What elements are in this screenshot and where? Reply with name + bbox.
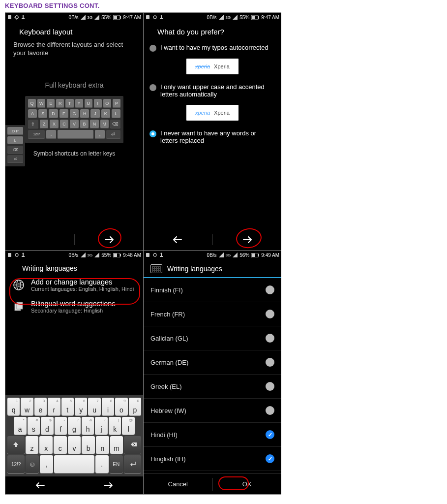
- key[interactable]: c: [54, 436, 67, 454]
- key[interactable]: V: [70, 120, 78, 128]
- key[interactable]: l@: [122, 417, 135, 435]
- key-symbols[interactable]: 12!?: [7, 455, 25, 473]
- key[interactable]: S: [38, 109, 47, 118]
- language-row[interactable]: French (FR): [144, 302, 281, 326]
- keyboard-preview[interactable]: QWERTYUIOP ASDFGHJKL ⇧ZXCVBNM⌫ 12!? . , …: [25, 96, 123, 143]
- key-comma[interactable]: ,: [40, 455, 53, 473]
- key[interactable]: a*: [14, 417, 27, 435]
- key-emoji[interactable]: ☺: [26, 455, 39, 473]
- key[interactable]: I: [94, 99, 102, 108]
- key[interactable]: A: [28, 109, 37, 118]
- key[interactable]: M: [100, 120, 109, 128]
- key[interactable]: t5: [61, 398, 74, 415]
- key[interactable]: B: [80, 120, 89, 128]
- key[interactable]: Z: [40, 120, 48, 128]
- key-symbols[interactable]: 12!?: [28, 130, 45, 139]
- key[interactable]: o9: [115, 398, 127, 415]
- key[interactable]: e3: [34, 398, 47, 415]
- key[interactable]: D: [49, 109, 58, 118]
- key[interactable]: p0: [129, 398, 141, 415]
- checkbox-icon[interactable]: [266, 382, 274, 391]
- language-row[interactable]: Hinglish (IH): [144, 447, 281, 471]
- key-shift[interactable]: ⇧: [28, 120, 38, 128]
- key[interactable]: Q: [28, 99, 36, 108]
- onscreen-keyboard[interactable]: q1w2e3r4t5y6u7i8o9p0 a*s#d$f-g/h&j(k)l@ …: [5, 395, 143, 476]
- language-row[interactable]: Hebrew (IW): [144, 399, 281, 423]
- key-backspace[interactable]: [124, 436, 141, 454]
- key[interactable]: F: [60, 109, 68, 118]
- checkbox-checked-icon[interactable]: [266, 454, 274, 463]
- key[interactable]: j(: [95, 417, 108, 435]
- key[interactable]: r4: [48, 398, 60, 415]
- language-row[interactable]: Finnish (FI): [144, 278, 281, 302]
- key[interactable]: k): [109, 417, 121, 435]
- key-shift[interactable]: [7, 436, 25, 454]
- key-enter[interactable]: ⏎: [106, 130, 120, 139]
- checkbox-icon[interactable]: [266, 285, 274, 294]
- option-autocorrect[interactable]: I want to have my typos autocorrected: [144, 41, 281, 55]
- key[interactable]: b: [82, 436, 95, 454]
- key[interactable]: L: [112, 109, 120, 118]
- key[interactable]: z: [26, 436, 39, 454]
- key[interactable]: N: [90, 120, 98, 128]
- key[interactable]: U: [85, 99, 92, 108]
- language-row[interactable]: Galician (GL): [144, 326, 281, 350]
- key[interactable]: d$: [41, 417, 54, 435]
- next-arrow-icon[interactable]: [104, 235, 115, 244]
- key[interactable]: K: [101, 109, 110, 118]
- key-comma[interactable]: ,: [95, 130, 105, 139]
- radio-icon[interactable]: [149, 45, 156, 52]
- option-uppercase[interactable]: I only want upper case and accented lett…: [144, 80, 281, 101]
- key[interactable]: E: [47, 99, 55, 108]
- checkbox-icon[interactable]: [266, 406, 274, 415]
- key[interactable]: i8: [102, 398, 114, 415]
- key-backspace[interactable]: ⌫: [110, 120, 120, 128]
- key[interactable]: w2: [21, 398, 33, 415]
- key[interactable]: n: [96, 436, 109, 454]
- key[interactable]: R: [56, 99, 64, 108]
- key[interactable]: H: [80, 109, 89, 118]
- key[interactable]: J: [90, 109, 99, 118]
- checkbox-icon[interactable]: [266, 358, 274, 367]
- key[interactable]: s#: [28, 417, 40, 435]
- key-enter[interactable]: [124, 455, 141, 473]
- key[interactable]: x: [39, 436, 53, 454]
- radio-icon-selected[interactable]: [149, 130, 156, 137]
- key-space[interactable]: [54, 455, 94, 473]
- language-row[interactable]: Hindi (HI): [144, 423, 281, 447]
- key[interactable]: v: [68, 436, 81, 454]
- back-arrow-icon[interactable]: [34, 481, 45, 489]
- key[interactable]: y6: [75, 398, 87, 415]
- add-change-languages[interactable]: Add or change languages Current language…: [5, 274, 143, 296]
- checkbox-icon[interactable]: [266, 310, 274, 318]
- key-lang[interactable]: EN: [110, 455, 123, 473]
- option-noreplace[interactable]: I never want to have any words or letter…: [144, 126, 281, 147]
- key[interactable]: m: [110, 436, 123, 454]
- bilingual-suggestions[interactable]: Bilingual word suggestions Secondary lan…: [5, 296, 143, 317]
- key[interactable]: G: [70, 109, 79, 118]
- cancel-button[interactable]: Cancel: [144, 474, 212, 494]
- key[interactable]: q1: [7, 398, 20, 415]
- key[interactable]: C: [60, 120, 68, 128]
- key[interactable]: h&: [82, 417, 94, 435]
- key[interactable]: u7: [88, 398, 100, 415]
- key-dot[interactable]: .: [46, 130, 56, 139]
- language-row[interactable]: Greek (EL): [144, 375, 281, 399]
- back-arrow-icon[interactable]: [172, 235, 182, 244]
- language-list[interactable]: Finnish (FI)French (FR)Galician (GL)Germ…: [144, 278, 281, 473]
- key[interactable]: Y: [75, 99, 83, 108]
- key[interactable]: f-: [55, 417, 67, 435]
- checkbox-icon[interactable]: [266, 334, 274, 343]
- key[interactable]: W: [37, 99, 45, 108]
- key[interactable]: O: [103, 99, 111, 108]
- key[interactable]: g/: [68, 417, 81, 435]
- key-space[interactable]: [58, 130, 93, 139]
- key[interactable]: X: [50, 120, 58, 128]
- checkbox-checked-icon[interactable]: [266, 430, 274, 439]
- key[interactable]: T: [65, 99, 73, 108]
- ok-button[interactable]: OK: [213, 474, 282, 494]
- next-arrow-icon[interactable]: [242, 235, 253, 244]
- forward-arrow-icon[interactable]: [103, 481, 114, 489]
- key[interactable]: P: [113, 99, 120, 108]
- language-row[interactable]: German (DE): [144, 350, 281, 375]
